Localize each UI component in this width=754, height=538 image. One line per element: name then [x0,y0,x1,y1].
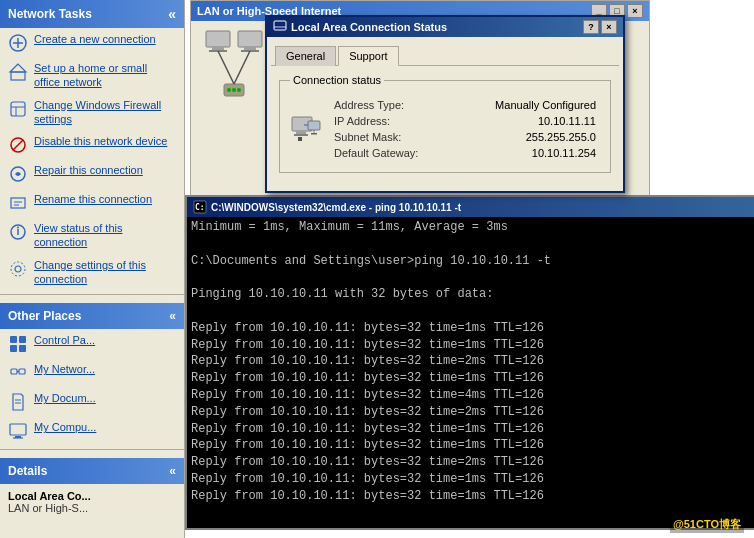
cmd-line: Reply from 10.10.10.11: bytes=32 time=1m… [191,421,754,438]
subnet-mask-row: Subnet Mask: 255.255.255.0 [332,130,598,144]
svg-rect-19 [10,336,17,343]
svg-rect-23 [11,369,17,374]
cmd-line: Reply from 10.10.10.11: bytes=32 time=1m… [191,488,754,505]
svg-point-38 [227,88,231,92]
svg-point-16 [17,227,19,229]
disable-icon [8,135,28,155]
cmd-line [191,269,754,286]
cmd-titlebar: C: C:\WINDOWS\system32\cmd.exe - ping 10… [187,197,754,217]
collapse-tasks-btn[interactable]: « [168,6,176,22]
task-create-connection[interactable]: Create a new connection [0,28,184,57]
cmd-content-area: Minimum = 1ms, Maximum = 11ms, Average =… [187,217,754,528]
cmd-line: Reply from 10.10.10.11: bytes=32 time=2m… [191,353,754,370]
firewall-icon [8,99,28,119]
task-change-settings[interactable]: Change settings of this connection [0,254,184,291]
cmd-line [191,303,754,320]
svg-rect-51 [311,133,317,135]
dialog-help-btn[interactable]: ? [583,20,599,34]
details-header: Details « [0,458,184,484]
cmd-line: Reply from 10.10.10.11: bytes=32 time=1m… [191,337,754,354]
svg-rect-35 [244,47,256,50]
cmd-line: Pinging 10.10.10.11 with 32 bytes of dat… [191,286,754,303]
my-computer-icon [8,421,28,441]
svg-rect-32 [212,47,224,50]
svg-line-41 [218,51,234,84]
divider-2 [0,449,184,450]
svg-rect-43 [274,21,286,30]
svg-rect-24 [19,369,25,374]
lan-network-graphic [204,29,264,109]
connection-info-table: Address Type: Manually Configured IP Add… [330,96,600,162]
svg-rect-34 [238,31,262,47]
tab-support[interactable]: Support [338,46,399,66]
status-dialog: Local Area Connection Status ? × General… [265,15,625,193]
task-disable-network[interactable]: Disable this network device [0,130,184,159]
tabs-row: General Support [271,41,619,66]
svg-marker-4 [10,64,26,72]
dialog-close-btn[interactable]: × [601,20,617,34]
cmd-line: Reply from 10.10.10.11: bytes=32 time=1m… [191,320,754,337]
group-legend: Connection status [290,74,384,86]
details-content: Local Area Co... LAN or High-S... [0,484,184,520]
svg-rect-47 [294,134,308,136]
cmd-line: C:\Documents and Settings\user>ping 10.1… [191,253,754,270]
svg-rect-46 [296,131,306,134]
task-view-status[interactable]: View status of this connection [0,217,184,254]
home-network-icon [8,62,28,82]
svg-rect-20 [19,336,26,343]
svg-rect-22 [19,345,26,352]
divider-1 [0,294,184,295]
other-my-network[interactable]: My Networ... [0,358,184,387]
svg-point-40 [237,88,241,92]
connection-status-group: Connection status [279,74,611,173]
task-change-windows[interactable]: Change Windows Firewall settings [0,94,184,131]
dialog-body: General Support Connection status [267,37,623,191]
cmd-line [191,236,754,253]
dialog-title-icon [273,20,287,34]
cmd-body[interactable]: Minimum = 1ms, Maximum = 11ms, Average =… [187,217,754,506]
rename-icon [8,193,28,213]
tab-support-content: Connection status [271,66,619,187]
left-panel: Network Tasks « Create a new connection … [0,0,185,538]
connection-status-icon [290,113,322,145]
my-documents-icon [8,392,28,412]
svg-line-42 [234,51,250,84]
other-my-documents[interactable]: My Docum... [0,387,184,416]
cmd-line: Reply from 10.10.10.11: bytes=32 time=1m… [191,471,754,488]
cmd-icon: C: [193,200,207,214]
cmd-line: Minimum = 1ms, Maximum = 11ms, Average =… [191,219,754,236]
cmd-line: Reply from 10.10.10.11: bytes=32 time=2m… [191,454,754,471]
dialog-buttons: ? × [583,20,617,34]
control-panel-icon [8,334,28,354]
svg-rect-31 [206,31,230,47]
svg-rect-49 [308,121,320,130]
main-content: LAN or High-Speed Internet _ □ × [185,0,754,538]
task-repair-connection[interactable]: Repair this connection [0,159,184,188]
settings-icon [8,259,28,279]
dialog-title-left: Local Area Connection Status [273,20,447,34]
ip-address-row: IP Address: 10.10.11.11 [332,114,598,128]
cmd-line: Reply from 10.10.10.11: bytes=32 time=1m… [191,437,754,454]
network-tasks-header: Network Tasks « [0,0,184,28]
my-network-icon [8,363,28,383]
conn-status-icon-area [290,113,322,145]
svg-point-18 [11,262,25,276]
dialog-titlebar: Local Area Connection Status ? × [267,17,623,37]
svg-rect-28 [10,424,26,435]
other-control-panel[interactable]: Control Pa... [0,329,184,358]
tab-general[interactable]: General [275,46,336,66]
conn-status-row: Address Type: Manually Configured IP Add… [290,96,600,162]
svg-rect-21 [10,345,17,352]
cmd-line: Reply from 10.10.10.11: bytes=32 time=2m… [191,404,754,421]
task-setup-home[interactable]: Set up a home or small office network [0,57,184,94]
svg-rect-48 [298,137,302,141]
cmd-title-left: C: C:\WINDOWS\system32\cmd.exe - ping 10… [193,200,461,214]
cmd-line: Reply from 10.10.10.11: bytes=32 time=2m… [191,505,754,506]
lan-close-btn[interactable]: × [627,4,643,18]
svg-rect-11 [11,198,25,208]
task-rename-connection[interactable]: Rename this connection [0,188,184,217]
cmd-window: C: C:\WINDOWS\system32\cmd.exe - ping 10… [185,195,754,530]
watermark: @51CTO博客 [670,516,744,533]
cmd-line: Reply from 10.10.10.11: bytes=32 time=4m… [191,387,754,404]
other-my-computer[interactable]: My Compu... [0,416,184,445]
